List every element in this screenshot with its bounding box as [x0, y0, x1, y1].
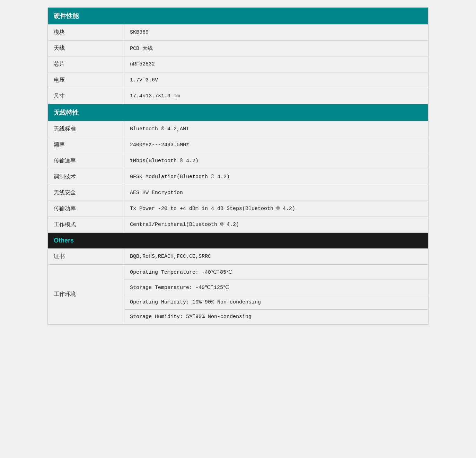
table-row: 传输速率1Mbps(Bluetooth ® 4.2) [48, 153, 428, 169]
value-cell: Operating Temperature: -40℃˜85℃ [124, 265, 428, 280]
section-header-wireless: 无线特性 [48, 104, 428, 121]
value-cell: 1.7V˜3.6V [124, 72, 428, 88]
table-row: 尺寸17.4×13.7×1.9 mm [48, 88, 428, 104]
table-row: 调制技术GFSK Modulation(Bluetooth ® 4.2) [48, 169, 428, 185]
value-cell: BQB,RoHS,REACH,FCC,CE,SRRC [124, 249, 428, 265]
value-cell: nRF52832 [124, 56, 428, 72]
spec-table: 硬件性能模块SKB369天线PCB 天线芯片nRF52832电压1.7V˜3.6… [47, 7, 429, 325]
value-cell: SKB369 [124, 25, 428, 41]
value-cell: 2400MHz---2483.5MHz [124, 137, 428, 153]
value-cell: Tx Power -20 to +4 dBm in 4 dB Steps(Blu… [124, 201, 428, 217]
section-header-others: Others [48, 233, 428, 249]
value-cell: Storage Temperature: -40℃˜125℃ [124, 280, 428, 295]
label-cell: 模块 [48, 25, 124, 41]
table-row: 电压1.7V˜3.6V [48, 72, 428, 88]
table-row: 工作环境Operating Temperature: -40℃˜85℃ [48, 265, 428, 280]
label-cell: 芯片 [48, 56, 124, 72]
table-row: 频率2400MHz---2483.5MHz [48, 137, 428, 153]
value-cell: 1Mbps(Bluetooth ® 4.2) [124, 153, 428, 169]
label-cell: 工作模式 [48, 217, 124, 233]
section-header-hardware: 硬件性能 [48, 8, 428, 25]
table-row: 无线安全AES HW Encryption [48, 185, 428, 201]
label-cell: 调制技术 [48, 169, 124, 185]
label-cell: 证书 [48, 249, 124, 265]
label-cell: 无线标准 [48, 121, 124, 137]
label-cell: 尺寸 [48, 88, 124, 104]
label-cell: 工作环境 [48, 265, 124, 324]
label-cell: 传输功率 [48, 201, 124, 217]
label-cell: 天线 [48, 41, 124, 56]
value-cell: Central/Peripheral(Bluetooth ® 4.2) [124, 217, 428, 233]
table-row: 工作模式Central/Peripheral(Bluetooth ® 4.2) [48, 217, 428, 233]
label-cell: 传输速率 [48, 153, 124, 169]
label-cell: 频率 [48, 137, 124, 153]
value-cell: Storage Humidity: 5%˜90% Non-condensing [124, 310, 428, 324]
value-cell: Operating Humidity: 10%˜90% Non-condensi… [124, 295, 428, 310]
table-row: 无线标准Bluetooth ® 4.2,ANT [48, 121, 428, 137]
value-cell: AES HW Encryption [124, 185, 428, 201]
label-cell: 电压 [48, 72, 124, 88]
table-row: 证书BQB,RoHS,REACH,FCC,CE,SRRC [48, 249, 428, 265]
table-row: 模块SKB369 [48, 25, 428, 41]
table-row: 天线PCB 天线 [48, 41, 428, 56]
table-row: 芯片nRF52832 [48, 56, 428, 72]
value-cell: GFSK Modulation(Bluetooth ® 4.2) [124, 169, 428, 185]
value-cell: 17.4×13.7×1.9 mm [124, 88, 428, 104]
value-cell: PCB 天线 [124, 41, 428, 56]
value-cell: Bluetooth ® 4.2,ANT [124, 121, 428, 137]
label-cell: 无线安全 [48, 185, 124, 201]
table-row: 传输功率Tx Power -20 to +4 dBm in 4 dB Steps… [48, 201, 428, 217]
